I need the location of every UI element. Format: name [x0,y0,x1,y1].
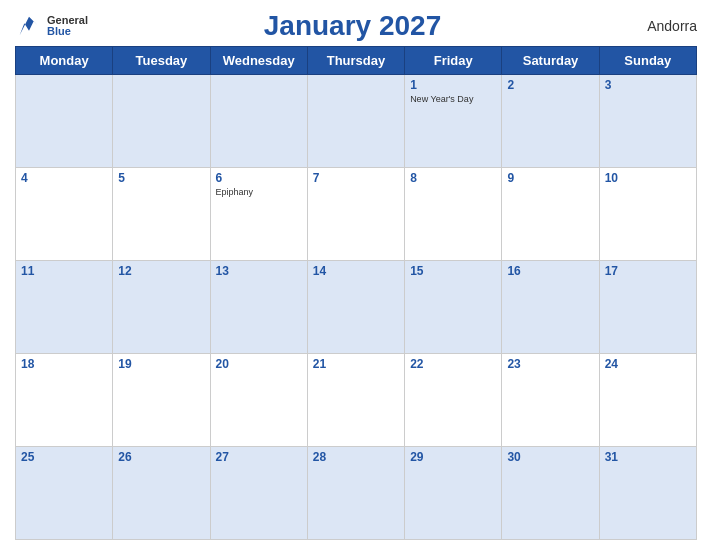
calendar-cell: 27 [210,447,307,540]
day-number: 4 [21,171,107,185]
logo: General Blue [15,12,88,40]
calendar-cell [16,75,113,168]
day-number: 9 [507,171,593,185]
day-number: 30 [507,450,593,464]
calendar-cell: 12 [113,261,210,354]
day-number: 6 [216,171,302,185]
calendar-cell: 1New Year's Day [405,75,502,168]
weekday-header-monday: Monday [16,47,113,75]
weekday-header-wednesday: Wednesday [210,47,307,75]
weekday-header-saturday: Saturday [502,47,599,75]
day-number: 15 [410,264,496,278]
calendar-cell: 22 [405,354,502,447]
weekday-header-thursday: Thursday [307,47,404,75]
calendar-cell: 23 [502,354,599,447]
day-number: 28 [313,450,399,464]
weekday-header-tuesday: Tuesday [113,47,210,75]
day-number: 8 [410,171,496,185]
day-number: 23 [507,357,593,371]
calendar-cell: 7 [307,168,404,261]
calendar-cell: 2 [502,75,599,168]
calendar-cell: 5 [113,168,210,261]
calendar-cell: 24 [599,354,696,447]
day-number: 29 [410,450,496,464]
calendar-cell: 20 [210,354,307,447]
day-number: 13 [216,264,302,278]
calendar-cell: 31 [599,447,696,540]
day-number: 25 [21,450,107,464]
calendar-cell [307,75,404,168]
calendar-cell: 10 [599,168,696,261]
calendar-cell [210,75,307,168]
day-number: 2 [507,78,593,92]
calendar-cell: 17 [599,261,696,354]
day-number: 21 [313,357,399,371]
calendar-cell: 29 [405,447,502,540]
calendar-header-row: MondayTuesdayWednesdayThursdayFridaySatu… [16,47,697,75]
calendar-week-2: 456Epiphany78910 [16,168,697,261]
logo-text: General Blue [47,15,88,37]
calendar-week-3: 11121314151617 [16,261,697,354]
day-number: 3 [605,78,691,92]
calendar-title: January 2027 [88,10,617,42]
calendar-cell: 3 [599,75,696,168]
calendar-cell: 11 [16,261,113,354]
day-number: 26 [118,450,204,464]
calendar-cell: 4 [16,168,113,261]
calendar-week-5: 25262728293031 [16,447,697,540]
calendar-week-4: 18192021222324 [16,354,697,447]
day-number: 1 [410,78,496,92]
day-number: 18 [21,357,107,371]
calendar-week-1: 1New Year's Day23 [16,75,697,168]
calendar-cell: 28 [307,447,404,540]
calendar-cell: 16 [502,261,599,354]
calendar-body: 1New Year's Day23456Epiphany789101112131… [16,75,697,540]
day-number: 19 [118,357,204,371]
calendar-cell: 30 [502,447,599,540]
calendar-cell: 9 [502,168,599,261]
day-number: 20 [216,357,302,371]
holiday-name: Epiphany [216,187,302,197]
day-number: 10 [605,171,691,185]
calendar-table: MondayTuesdayWednesdayThursdayFridaySatu… [15,46,697,540]
calendar-cell: 14 [307,261,404,354]
day-number: 11 [21,264,107,278]
svg-marker-0 [20,17,39,36]
logo-blue: Blue [47,26,88,37]
calendar-cell: 8 [405,168,502,261]
day-number: 31 [605,450,691,464]
day-number: 16 [507,264,593,278]
country-label: Andorra [617,18,697,34]
day-number: 17 [605,264,691,278]
calendar-cell: 13 [210,261,307,354]
day-number: 24 [605,357,691,371]
day-number: 5 [118,171,204,185]
calendar-cell: 15 [405,261,502,354]
weekday-header-sunday: Sunday [599,47,696,75]
day-number: 12 [118,264,204,278]
calendar-cell: 21 [307,354,404,447]
holiday-name: New Year's Day [410,94,496,104]
day-number: 27 [216,450,302,464]
calendar-cell: 25 [16,447,113,540]
calendar-header: General Blue January 2027 Andorra [15,10,697,42]
day-number: 22 [410,357,496,371]
weekday-header-friday: Friday [405,47,502,75]
day-number: 7 [313,171,399,185]
calendar-cell: 6Epiphany [210,168,307,261]
calendar-cell: 19 [113,354,210,447]
logo-bird-icon [15,12,43,40]
calendar-cell [113,75,210,168]
calendar-cell: 18 [16,354,113,447]
day-number: 14 [313,264,399,278]
calendar-cell: 26 [113,447,210,540]
